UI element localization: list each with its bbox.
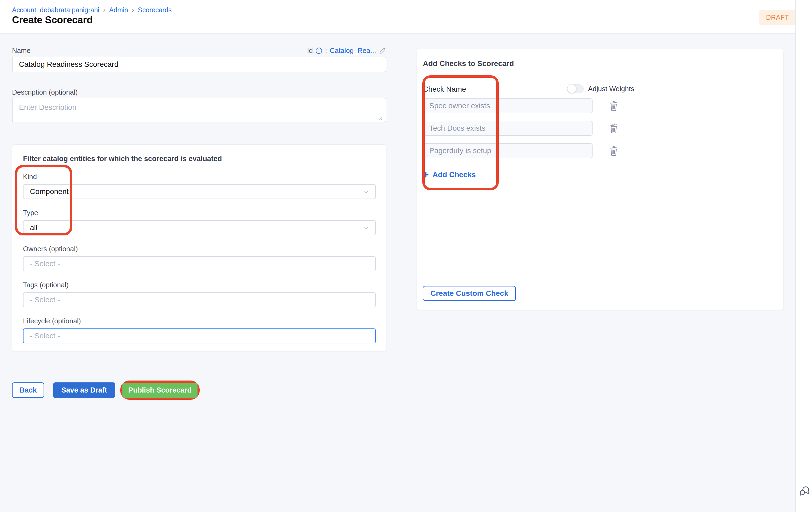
adjust-weights-toggle[interactable] xyxy=(567,85,584,93)
breadcrumb: Account: debabrata.panigrahi › Admin › S… xyxy=(12,6,172,14)
name-input[interactable] xyxy=(12,57,386,72)
page-header: Account: debabrata.panigrahi › Admin › S… xyxy=(0,0,812,34)
trash-icon xyxy=(609,123,618,133)
trash-icon xyxy=(609,145,618,156)
kind-label: Kind xyxy=(23,173,375,181)
kind-select[interactable]: Component xyxy=(23,184,376,199)
plus-icon: + xyxy=(423,171,429,179)
type-select[interactable]: all xyxy=(23,220,376,235)
scorecard-id-link[interactable]: Catalog_Rea... xyxy=(330,47,376,55)
adjust-weights-label: Adjust Weights xyxy=(588,85,634,93)
lifecycle-label: Lifecycle (optional) xyxy=(23,317,375,325)
chevron-down-icon xyxy=(363,225,369,232)
description-label: Description (optional) xyxy=(12,88,78,96)
create-custom-check-button[interactable]: Create Custom Check xyxy=(423,286,516,301)
entity-filter-card: Filter catalog entities for which the sc… xyxy=(12,144,386,352)
scorecard-id-row: Id : Catalog_Rea... xyxy=(307,47,386,55)
filter-heading: Filter catalog entities for which the sc… xyxy=(23,155,375,163)
publish-scorecard-button[interactable]: Publish Scorecard xyxy=(122,383,198,398)
add-checks-label: Add Checks xyxy=(432,171,476,179)
type-label: Type xyxy=(23,209,375,217)
name-label-row: Name Id : Catalog_Rea... xyxy=(12,47,386,55)
check-name-input[interactable] xyxy=(423,143,592,158)
chat-icon xyxy=(799,485,810,497)
owners-label: Owners (optional) xyxy=(23,245,375,253)
check-name-input[interactable] xyxy=(423,98,592,113)
name-label: Name xyxy=(12,47,30,55)
kind-value: Component xyxy=(30,187,69,196)
check-name-column-header: Check Name xyxy=(423,85,466,93)
check-row xyxy=(423,98,777,113)
pencil-icon[interactable] xyxy=(379,47,386,55)
check-row xyxy=(423,143,777,158)
delete-check-button[interactable] xyxy=(609,100,618,111)
tags-select[interactable]: - Select - xyxy=(23,292,376,307)
form-actions: Back Save as Draft Publish Scorecard xyxy=(12,381,200,400)
page-title: Create Scorecard xyxy=(12,14,93,26)
check-row xyxy=(423,121,777,136)
status-badge: DRAFT xyxy=(759,10,796,25)
breadcrumb-admin-link[interactable]: Admin xyxy=(109,6,128,14)
publish-annotation-highlight: Publish Scorecard xyxy=(120,381,200,400)
chat-help-button[interactable] xyxy=(799,485,810,497)
check-name-input[interactable] xyxy=(423,121,592,136)
tags-label: Tags (optional) xyxy=(23,281,375,289)
owners-select[interactable]: - Select - xyxy=(23,256,376,271)
right-side-strip xyxy=(795,0,812,512)
type-value: all xyxy=(30,223,37,232)
adjust-weights-control: Adjust Weights xyxy=(567,85,634,93)
add-checks-panel: Add Checks to Scorecard Check Name Adjus… xyxy=(417,49,783,310)
id-label: Id xyxy=(307,47,313,55)
trash-icon xyxy=(609,100,618,111)
add-checks-heading: Add Checks to Scorecard xyxy=(423,59,777,68)
breadcrumb-scorecards-link[interactable]: Scorecards xyxy=(138,6,172,14)
info-icon[interactable] xyxy=(315,47,322,54)
add-checks-button[interactable]: + Add Checks xyxy=(423,171,476,179)
breadcrumb-separator: › xyxy=(103,6,106,14)
delete-check-button[interactable] xyxy=(609,123,618,133)
chevron-down-icon xyxy=(363,189,369,195)
checks-header-row: Check Name Adjust Weights xyxy=(423,85,777,95)
description-input[interactable] xyxy=(12,98,386,122)
tags-placeholder: - Select - xyxy=(30,296,60,304)
save-as-draft-button[interactable]: Save as Draft xyxy=(53,382,115,398)
lifecycle-placeholder: - Select - xyxy=(30,332,60,340)
breadcrumb-account-link[interactable]: Account: debabrata.panigrahi xyxy=(12,6,99,14)
toggle-knob xyxy=(568,85,576,93)
owners-placeholder: - Select - xyxy=(30,260,60,268)
lifecycle-select[interactable]: - Select - xyxy=(23,328,376,343)
id-separator: : xyxy=(325,47,327,55)
delete-check-button[interactable] xyxy=(609,145,618,156)
back-button[interactable]: Back xyxy=(12,382,44,398)
breadcrumb-separator: › xyxy=(132,6,134,14)
